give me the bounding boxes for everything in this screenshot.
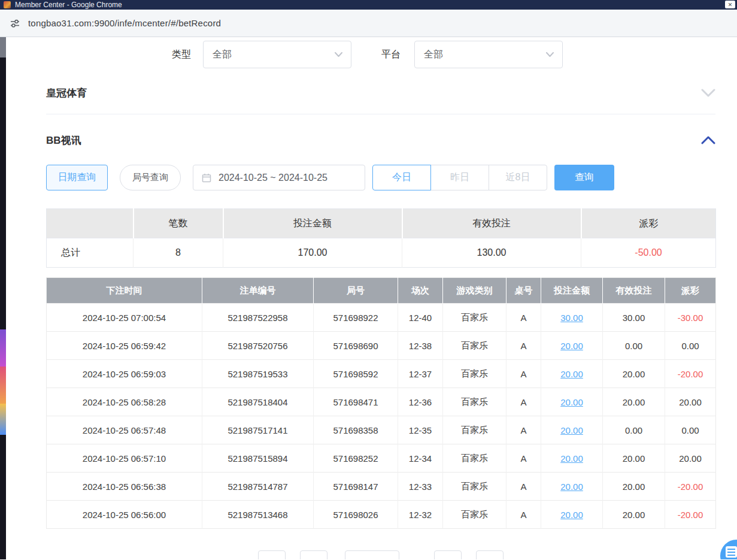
service-icon xyxy=(726,546,737,558)
bet-record-panel: 类型 全部 平台 全部 皇冠体育 BB xyxy=(6,37,737,559)
browser-urlbar: tongbao31.com:9900/infe/mcenter/#/betRec… xyxy=(0,10,737,37)
cell-bet-no: 521987519533 xyxy=(202,360,314,388)
cell-payout: 0.00 xyxy=(665,332,716,360)
quick-range-group: 今日 昨日 近8日 xyxy=(372,165,547,190)
type-filter-select[interactable]: 全部 xyxy=(203,41,351,68)
url-text[interactable]: tongbao31.com:9900/infe/mcenter/#/betRec… xyxy=(28,18,221,28)
table-row: 2024-10-25 06:56:00 521987513468 5716980… xyxy=(47,501,716,529)
header-valid-bet: 有效投注 xyxy=(603,278,665,304)
pagination-last-button[interactable] xyxy=(476,550,504,559)
pagination-next-button[interactable] xyxy=(434,550,462,559)
date-range-input[interactable]: 2024-10-25 ~ 2024-10-25 xyxy=(193,165,365,190)
cell-bet-no: 521987517141 xyxy=(202,416,314,444)
cell-session: 12-34 xyxy=(398,444,443,473)
chevron-up-icon xyxy=(701,136,715,144)
summary-count-value: 8 xyxy=(134,238,223,268)
cell-session: 12-32 xyxy=(398,501,443,529)
cell-table-no: A xyxy=(507,501,541,529)
pagination-page-input[interactable] xyxy=(345,550,399,559)
cell-bet-no: 521987522958 xyxy=(202,304,314,332)
cell-valid-bet: 20.00 xyxy=(603,388,665,416)
cell-table-no: A xyxy=(507,444,541,473)
cell-payout: -30.00 xyxy=(665,304,716,332)
summary-table: 笔数 投注金额 有效投注 派彩 总计 8 170.00 130.00 -50.0… xyxy=(46,208,716,268)
cell-session: 12-35 xyxy=(398,416,443,444)
cell-payout: 20.00 xyxy=(665,388,716,416)
bet-amount-link[interactable]: 20.00 xyxy=(560,482,583,492)
page-body: 类型 全部 平台 全部 皇冠体育 BB xyxy=(0,37,737,559)
bet-amount-link[interactable]: 20.00 xyxy=(560,341,583,351)
cell-session: 12-36 xyxy=(398,388,443,416)
section-crown-sports[interactable]: 皇冠体育 xyxy=(46,85,715,101)
cell-session: 12-40 xyxy=(398,304,443,332)
today-button[interactable]: 今日 xyxy=(372,165,431,190)
summary-valid-bet-value: 130.00 xyxy=(402,238,581,268)
cell-bet-no: 521987518404 xyxy=(202,388,314,416)
bet-amount-link[interactable]: 20.00 xyxy=(560,397,583,407)
cell-table-no: A xyxy=(507,332,541,360)
bet-amount-link[interactable]: 20.00 xyxy=(560,510,583,520)
site-settings-icon[interactable] xyxy=(10,18,20,29)
type-filter-label: 类型 xyxy=(172,49,191,61)
cell-game-type: 百家乐 xyxy=(443,416,507,444)
type-filter-value: 全部 xyxy=(213,49,232,61)
tab-date-query[interactable]: 日期查询 xyxy=(46,165,108,190)
cell-game-type: 百家乐 xyxy=(443,473,507,501)
bet-amount-link[interactable]: 20.00 xyxy=(560,369,583,379)
tab-round-query[interactable]: 局号查询 xyxy=(120,165,181,190)
background-thumbnail xyxy=(0,37,6,57)
platform-filter-select[interactable]: 全部 xyxy=(414,41,563,68)
summary-total-label: 总计 xyxy=(47,238,134,268)
bet-amount-link[interactable]: 20.00 xyxy=(560,425,583,435)
cell-round-no: 571698252 xyxy=(314,444,398,473)
cell-bet-time: 2024-10-25 06:59:42 xyxy=(47,332,202,360)
cell-game-type: 百家乐 xyxy=(443,501,507,529)
platform-filter-label: 平台 xyxy=(381,49,401,61)
last-8-days-button[interactable]: 近8日 xyxy=(489,165,547,190)
summary-header-empty xyxy=(47,209,134,238)
cell-game-type: 百家乐 xyxy=(443,444,507,473)
summary-header-bet-amount: 投注金额 xyxy=(223,209,402,238)
section-title: BB视讯 xyxy=(46,134,81,147)
header-bet-amount: 投注金额 xyxy=(541,278,603,304)
bet-amount-link[interactable]: 20.00 xyxy=(560,453,583,464)
cell-table-no: A xyxy=(507,416,541,444)
section-bb-video[interactable]: BB视讯 xyxy=(46,131,715,149)
window-close-button[interactable]: ✕ xyxy=(725,1,735,8)
yesterday-button[interactable]: 昨日 xyxy=(430,165,489,190)
cell-game-type: 百家乐 xyxy=(443,304,507,332)
cell-bet-no: 521987513468 xyxy=(202,501,314,529)
cell-round-no: 571698922 xyxy=(314,304,398,332)
cell-round-no: 571698690 xyxy=(314,332,398,360)
pagination xyxy=(46,550,715,559)
platform-filter-value: 全部 xyxy=(424,49,443,61)
cell-valid-bet: 20.00 xyxy=(603,473,665,501)
table-row: 2024-10-25 06:59:42 521987520756 5716986… xyxy=(47,332,716,360)
cell-game-type: 百家乐 xyxy=(443,388,507,416)
table-row: 2024-10-25 06:59:03 521987519533 5716985… xyxy=(47,360,716,388)
cell-bet-time: 2024-10-25 06:56:38 xyxy=(47,473,202,501)
search-button[interactable]: 查询 xyxy=(554,165,614,190)
cell-bet-no: 521987520756 xyxy=(202,332,314,360)
cell-round-no: 571698471 xyxy=(314,388,398,416)
pagination-prev-button[interactable] xyxy=(300,550,327,559)
summary-total-row: 总计 8 170.00 130.00 -50.00 xyxy=(47,238,716,268)
header-table-no: 桌号 xyxy=(507,278,541,304)
summary-header-row: 笔数 投注金额 有效投注 派彩 xyxy=(47,209,716,238)
header-bet-no: 注单编号 xyxy=(202,278,314,304)
cell-game-type: 百家乐 xyxy=(443,360,507,388)
cell-table-no: A xyxy=(507,473,541,501)
bet-amount-link[interactable]: 30.00 xyxy=(560,313,583,323)
cell-bet-time: 2024-10-25 06:58:28 xyxy=(47,388,202,416)
cell-bet-time: 2024-10-25 06:57:48 xyxy=(47,416,202,444)
cell-session: 12-33 xyxy=(398,473,443,501)
table-row: 2024-10-25 07:00:54 521987522958 5716989… xyxy=(47,304,716,332)
cell-payout: -20.00 xyxy=(665,360,716,388)
bet-record-table: 下注时间 注单编号 局号 场次 游戏类别 桌号 投注金额 有效投注 派彩 202… xyxy=(46,277,716,529)
table-row: 2024-10-25 06:56:38 521987514787 5716981… xyxy=(47,473,716,501)
query-controls: 日期查询 局号查询 2024-10-25 ~ 2024-10-25 今日 昨日 … xyxy=(46,165,715,190)
header-round-no: 局号 xyxy=(314,278,398,304)
cell-game-type: 百家乐 xyxy=(443,332,507,360)
close-icon: ✕ xyxy=(728,2,733,8)
pagination-first-button[interactable] xyxy=(258,550,286,559)
